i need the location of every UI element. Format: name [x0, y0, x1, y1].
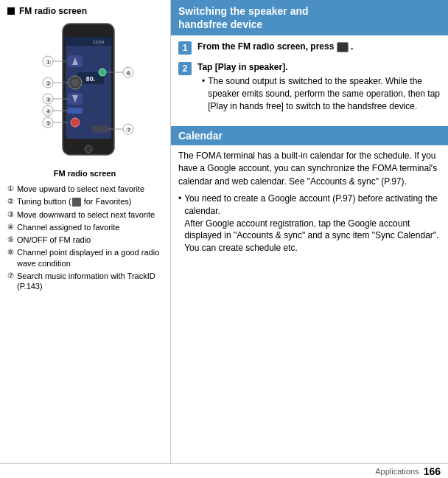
- calendar-bullet-1: • You need to create a Google account (P…: [178, 193, 441, 254]
- svg-text:⑦: ⑦: [126, 127, 131, 134]
- fm-caption: FM radio screen: [7, 169, 162, 178]
- switching-content: 1 From the FM radio screen, press . 2 Ta…: [171, 35, 448, 125]
- calendar-content: The FOMA terminal has a built-in calenda…: [171, 150, 448, 254]
- legend-marker-5: ⑤: [7, 235, 14, 245]
- step-2-text: Tap [Play in speaker]. • The sound outpu…: [197, 62, 441, 112]
- svg-text:80.: 80.: [86, 75, 96, 83]
- calendar-section-header: Calendar: [171, 126, 448, 145]
- legend-marker-1: ①: [7, 184, 14, 194]
- legend-marker-4: ④: [7, 222, 14, 232]
- svg-text:④: ④: [46, 108, 51, 115]
- calendar-bullet-1-body: After Google account registration, tap t…: [184, 218, 438, 254]
- page-number: 166: [424, 465, 441, 477]
- left-panel: FM radio screen 13:54 80.: [0, 0, 169, 465]
- footer-label: Applications: [375, 467, 419, 476]
- left-section-header: FM radio screen: [7, 6, 162, 16]
- legend-text-4: Channel assigned to favorite: [17, 222, 119, 232]
- legend-text-6: Channel point displayed in a good radio …: [17, 247, 162, 269]
- switching-title: Switching the speaker andhandsfree devic…: [178, 4, 441, 31]
- svg-point-37: [85, 145, 92, 153]
- legend-text-5: ON/OFF of FM radio: [17, 235, 91, 245]
- legend-text-2: Tuning button ( for Favorites): [17, 196, 131, 207]
- svg-text:13:54: 13:54: [93, 40, 105, 44]
- svg-text:⑤: ⑤: [46, 120, 51, 127]
- phone-svg: 13:54 80. ①: [41, 22, 136, 162]
- calendar-title: Calendar: [178, 130, 441, 142]
- legend-marker-2: ②: [7, 196, 14, 207]
- legend-marker-7: ⑦: [7, 271, 14, 292]
- step-2-bullet-1: • The sound output is switched to the sp…: [202, 75, 441, 112]
- step-1-text: From the FM radio screen, press .: [197, 41, 441, 52]
- calendar-bullet-1-content: You need to create a Google account (P.9…: [184, 193, 441, 254]
- legend-item-1: ① Move upward to select next favorite: [7, 184, 162, 194]
- step-2-title: Tap [Play in speaker].: [197, 62, 441, 72]
- step-number-2: 2: [178, 62, 192, 75]
- step-1: 1 From the FM radio screen, press .: [178, 41, 441, 55]
- bullet-dot-1: •: [202, 75, 205, 112]
- legend-item-6: ⑥ Channel point displayed in a good radi…: [7, 247, 162, 269]
- svg-point-13: [71, 118, 80, 127]
- phone-illustration: 13:54 80. ①: [41, 22, 129, 164]
- switching-header: Switching the speaker andhandsfree devic…: [171, 0, 448, 35]
- step-2-bullets: • The sound output is switched to the sp…: [197, 75, 441, 112]
- legend-marker-3: ③: [7, 209, 14, 220]
- svg-point-9: [71, 79, 79, 86]
- legend-item-4: ④ Channel assigned to favorite: [7, 222, 162, 232]
- step-2: 2 Tap [Play in speaker]. • The sound out…: [178, 62, 441, 112]
- svg-text:①: ①: [46, 59, 51, 66]
- section-marker-icon: [7, 7, 15, 15]
- calendar-bullet-1-title: You need to create a Google account (P.9…: [184, 193, 438, 216]
- svg-point-14: [99, 69, 106, 76]
- step-2-bullet-text: The sound output is switched to the spea…: [208, 75, 441, 112]
- svg-rect-12: [68, 108, 83, 114]
- svg-rect-2: [66, 37, 111, 46]
- svg-text:③: ③: [46, 97, 51, 103]
- left-section-title: FM radio screen: [19, 6, 87, 16]
- legend-text-7: Search music information with TrackID (P…: [17, 271, 162, 292]
- legend-item-5: ⑤ ON/OFF of FM radio: [7, 235, 162, 245]
- step-number-1: 1: [178, 41, 192, 55]
- calendar-bullet-dot-1: •: [178, 193, 181, 254]
- svg-text:⑥: ⑥: [126, 70, 131, 77]
- svg-text:②: ②: [46, 80, 51, 87]
- svg-rect-15: [92, 125, 108, 133]
- legend-marker-6: ⑥: [7, 247, 14, 269]
- calendar-body-text: The FOMA terminal has a built-in calenda…: [178, 150, 441, 188]
- legend-text-1: Move upward to select next favorite: [17, 184, 144, 194]
- legend-item-7: ⑦ Search music information with TrackID …: [7, 271, 162, 292]
- legend-text-3: Move downward to select next favorite: [17, 209, 155, 220]
- bottom-bar: Applications 166: [0, 463, 448, 478]
- legend-item-3: ③ Move downward to select next favorite: [7, 209, 162, 220]
- legend-item-2: ② Tuning button ( for Favorites): [7, 196, 162, 207]
- legend-list: ① Move upward to select next favorite ② …: [7, 184, 162, 292]
- right-panel: Switching the speaker andhandsfree devic…: [171, 0, 448, 465]
